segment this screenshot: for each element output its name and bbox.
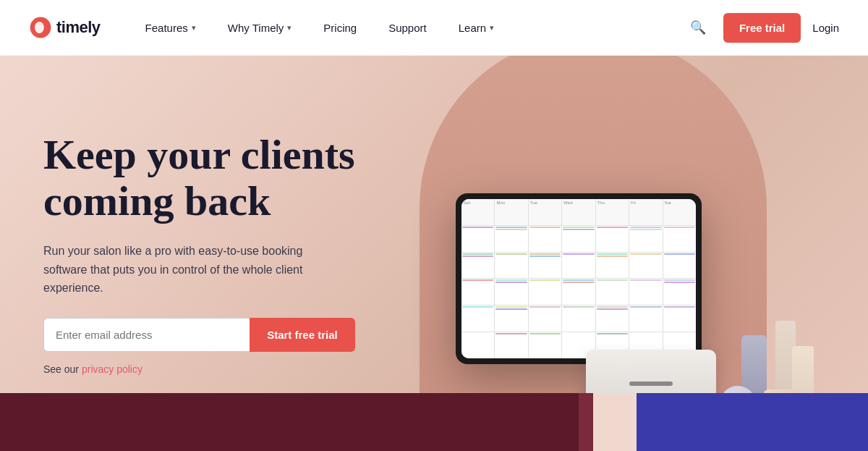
- hero-title: Keep your clients coming back: [43, 132, 355, 224]
- search-icon: 🔍: [690, 20, 706, 35]
- nav-links: Features ▾ Why Timely ▾ Pricing Support …: [129, 0, 684, 56]
- chevron-down-icon: ▾: [490, 23, 494, 33]
- hero-section: Keep your clients coming back Run your s…: [0, 56, 868, 451]
- chevron-down-icon: ▾: [192, 23, 196, 33]
- bottom-color-strip: [0, 393, 868, 451]
- tablet-screen: Sun Mon Tue Wed Thu Fri Sat: [461, 199, 696, 358]
- email-form: Start free trial: [43, 318, 355, 352]
- start-trial-button[interactable]: Start free trial: [250, 318, 355, 352]
- navbar: timely Features ▾ Why Timely ▾ Pricing S…: [0, 0, 868, 56]
- nav-item-learn[interactable]: Learn ▾: [443, 0, 510, 56]
- privacy-notice: See our privacy policy: [43, 363, 355, 375]
- login-link[interactable]: Login: [812, 22, 839, 34]
- free-trial-button[interactable]: Free trial: [723, 13, 801, 43]
- nav-item-support[interactable]: Support: [373, 0, 443, 56]
- nav-item-why-timely[interactable]: Why Timely ▾: [212, 0, 308, 56]
- tablet-mockup: Sun Mon Tue Wed Thu Fri Sat: [456, 193, 702, 364]
- hero-content: Keep your clients coming back Run your s…: [0, 132, 355, 374]
- logo-text: timely: [56, 18, 101, 37]
- calendar-grid: Sun Mon Tue Wed Thu Fri Sat: [461, 199, 696, 358]
- strip-blue: [637, 393, 868, 451]
- strip-dark-red: [0, 393, 579, 451]
- nav-item-pricing[interactable]: Pricing: [307, 0, 373, 56]
- search-button[interactable]: 🔍: [684, 14, 712, 41]
- svg-point-1: [35, 22, 44, 33]
- hero-subtitle: Run your salon like a pro with easy-to-u…: [43, 242, 347, 298]
- pos-slot: [629, 382, 673, 386]
- privacy-link[interactable]: privacy policy: [82, 363, 142, 375]
- nav-item-features[interactable]: Features ▾: [129, 0, 212, 56]
- nav-actions: 🔍 Free trial Login: [684, 13, 839, 43]
- strip-medium-red: [579, 393, 593, 451]
- strip-light: [593, 393, 637, 451]
- chevron-down-icon: ▾: [287, 23, 292, 33]
- logo-icon: [29, 16, 52, 39]
- logo[interactable]: timely: [29, 16, 101, 39]
- email-input[interactable]: [43, 318, 250, 352]
